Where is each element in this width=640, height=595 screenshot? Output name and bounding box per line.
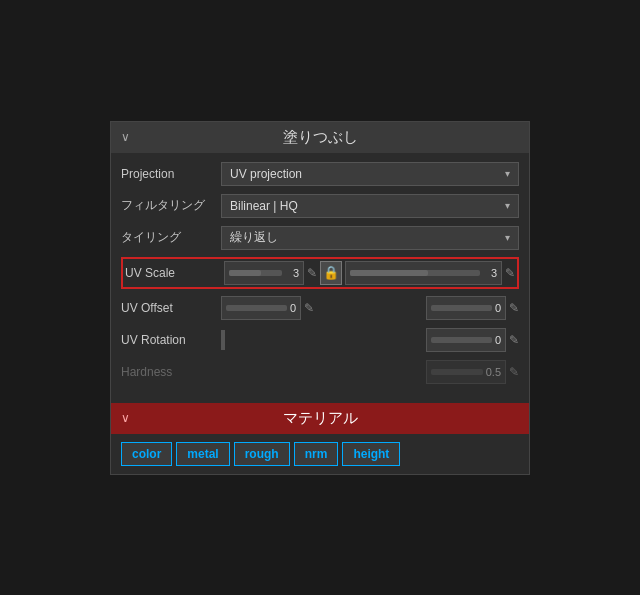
uv-offset-value-left: 0 [290, 302, 296, 314]
tiling-dropdown-arrow: ▾ [505, 232, 510, 243]
uv-rotation-divider [221, 330, 225, 350]
hardness-edit-icon: ✎ [509, 365, 519, 379]
uv-offset-edit-left-icon[interactable]: ✎ [304, 301, 314, 315]
material-tabs-container: color metal rough nrm height [111, 434, 529, 474]
uv-offset-row: UV Offset 0 ✎ 0 ✎ [121, 295, 519, 321]
uv-rotation-label: UV Rotation [121, 333, 221, 347]
uv-rotation-slider[interactable]: 0 [426, 328, 506, 352]
fill-section-chevron[interactable]: ∨ [121, 130, 130, 144]
filtering-dropdown-arrow: ▾ [505, 200, 510, 211]
uv-scale-value-left: 3 [285, 267, 299, 279]
hardness-value: 0.5 [486, 366, 501, 378]
filtering-value: Bilinear | HQ [230, 199, 298, 213]
material-section: ∨ マテリアル color metal rough nrm height [111, 403, 529, 474]
hardness-label: Hardness [121, 365, 221, 379]
uv-scale-edit-left-icon[interactable]: ✎ [307, 266, 317, 280]
tiling-value: 繰り返し [230, 229, 278, 246]
tab-metal[interactable]: metal [176, 442, 229, 466]
main-panel: ∨ 塗りつぶし Projection UV projection ▾ フィルタリ… [110, 121, 530, 475]
projection-dropdown[interactable]: UV projection ▾ [221, 162, 519, 186]
tab-color[interactable]: color [121, 442, 172, 466]
filtering-dropdown[interactable]: Bilinear | HQ ▾ [221, 194, 519, 218]
uv-scale-lock-icon[interactable]: 🔒 [320, 261, 342, 285]
uv-offset-label: UV Offset [121, 301, 221, 315]
uv-scale-value-right: 3 [483, 267, 497, 279]
fill-section-title: 塗りつぶし [283, 128, 358, 147]
material-section-chevron[interactable]: ∨ [121, 411, 130, 425]
tab-height[interactable]: height [342, 442, 400, 466]
projection-value: UV projection [230, 167, 302, 181]
hardness-slider: 0.5 [426, 360, 506, 384]
projection-dropdown-arrow: ▾ [505, 168, 510, 179]
tab-nrm[interactable]: nrm [294, 442, 339, 466]
hardness-row: Hardness 0.5 ✎ [121, 359, 519, 385]
uv-scale-slider-left[interactable]: 3 [224, 261, 304, 285]
material-section-title: マテリアル [283, 409, 358, 428]
uv-offset-edit-right-icon[interactable]: ✎ [509, 301, 519, 315]
uv-offset-slider-right[interactable]: 0 [426, 296, 506, 320]
uv-rotation-row: UV Rotation 0 ✎ [121, 327, 519, 353]
uv-scale-row: UV Scale 3 ✎ 🔒 3 ✎ [123, 259, 517, 287]
uv-scale-highlighted: UV Scale 3 ✎ 🔒 3 ✎ [121, 257, 519, 289]
filtering-row: フィルタリング Bilinear | HQ ▾ [121, 193, 519, 219]
filtering-label: フィルタリング [121, 197, 221, 214]
tiling-dropdown[interactable]: 繰り返し ▾ [221, 226, 519, 250]
tiling-label: タイリング [121, 229, 221, 246]
uv-offset-slider-left[interactable]: 0 [221, 296, 301, 320]
uv-rotation-value: 0 [495, 334, 501, 346]
tiling-row: タイリング 繰り返し ▾ [121, 225, 519, 251]
fill-section-body: Projection UV projection ▾ フィルタリング Bilin… [111, 153, 529, 399]
projection-label: Projection [121, 167, 221, 181]
material-section-header: ∨ マテリアル [111, 403, 529, 434]
tab-rough[interactable]: rough [234, 442, 290, 466]
uv-scale-edit-right-icon[interactable]: ✎ [505, 266, 515, 280]
projection-row: Projection UV projection ▾ [121, 161, 519, 187]
fill-section-header: ∨ 塗りつぶし [111, 122, 529, 153]
uv-scale-slider-right[interactable]: 3 [345, 261, 502, 285]
uv-offset-value-right: 0 [495, 302, 501, 314]
uv-rotation-edit-icon[interactable]: ✎ [509, 333, 519, 347]
uv-scale-label: UV Scale [125, 266, 221, 280]
